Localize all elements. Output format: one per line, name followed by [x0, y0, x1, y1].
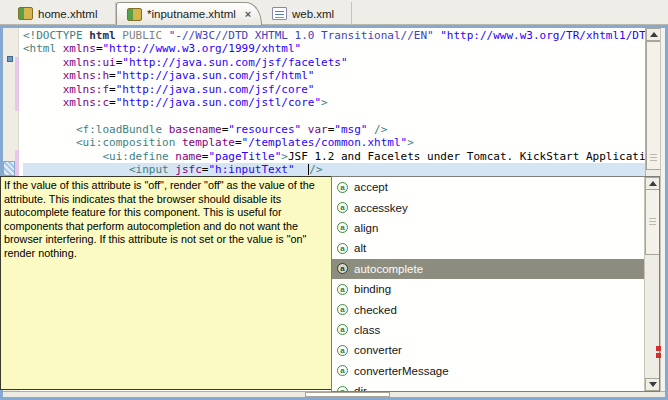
attribute-icon: a: [337, 345, 348, 356]
code-line: <html xmlns="http://www.w3.org/1999/xhtm…: [23, 42, 645, 55]
completion-item-autocomplete[interactable]: aautocomplete: [332, 259, 644, 279]
info-annotation-icon: [7, 56, 13, 62]
attribute-icon: a: [337, 202, 348, 213]
completion-item-accept[interactable]: aaccept: [332, 177, 644, 197]
tab-bar: home.xhtml*inputname.xhtml×web.xml: [0, 0, 668, 25]
attribute-icon: a: [337, 304, 348, 315]
popup-scroll-down-button[interactable]: [645, 378, 660, 391]
xhtml-file-icon: [18, 7, 33, 20]
completion-label: accept: [354, 181, 388, 193]
content-assist-popup: aacceptaaccesskeyaalignaaltaautocomplete…: [331, 176, 660, 392]
error-annotation-mark[interactable]: [656, 346, 661, 351]
occurrence-annotation: [3, 161, 15, 176]
completion-item-checked[interactable]: achecked: [332, 299, 644, 319]
completion-label: accesskey: [354, 202, 408, 214]
completion-label: alt: [354, 242, 366, 254]
attribute-icon: a: [337, 365, 348, 376]
xml-file-icon: [272, 7, 287, 20]
completion-item-align[interactable]: aalign: [332, 218, 644, 238]
arrow-up-icon: [650, 32, 658, 37]
completion-item-converterMessage[interactable]: aconverterMessage: [332, 361, 644, 381]
completion-label: dir: [354, 385, 367, 392]
attribute-icon: a: [337, 263, 348, 274]
tab-inputname[interactable]: *inputname.xhtml×: [116, 2, 262, 25]
code-line: <ui:define name="pageTitle">JSF 1.2 and …: [23, 150, 645, 163]
code-line: <ui:composition template="/templates/com…: [23, 136, 645, 149]
tab-label: *inputname.xhtml: [147, 8, 236, 20]
tab-close-icon[interactable]: ×: [245, 9, 251, 20]
code-line: xmlns:c="http://java.sun.com/jstl/core">: [23, 96, 645, 109]
completion-item-accesskey[interactable]: aaccesskey: [332, 197, 644, 217]
code-line: xmlns:f="http://java.sun.com/jsf/core": [23, 83, 645, 96]
completion-label: class: [354, 324, 380, 336]
completion-item-dir[interactable]: adir: [332, 381, 644, 392]
tab-home[interactable]: home.xhtml: [8, 2, 116, 25]
code-line: <!DOCTYPE html PUBLIC "-//W3C//DTD XHTML…: [23, 29, 645, 42]
completion-label: autocomplete: [354, 263, 423, 275]
completion-label: checked: [354, 304, 397, 316]
completion-doc-tooltip: If the value of this attribute is "off",…: [0, 176, 332, 390]
quickdiff-change-bar: [15, 57, 19, 111]
code-line: <f:loadBundle basename="resources" var="…: [23, 123, 645, 136]
code-line: <input jsfc="h:inputText" />: [23, 163, 645, 176]
code-line: xmlns:ui="http://java.sun.com/jsf/facele…: [23, 56, 645, 69]
completion-label: align: [354, 222, 378, 234]
arrow-up-icon: [649, 181, 657, 186]
code-area[interactable]: <!DOCTYPE html PUBLIC "-//W3C//DTD XHTML…: [20, 28, 645, 178]
popup-scrollbar[interactable]: [644, 177, 659, 391]
attribute-icon: a: [337, 222, 348, 233]
vertical-scrollbar-thumb[interactable]: [646, 41, 661, 170]
horizontal-scrollbar-thumb[interactable]: [305, 392, 390, 397]
code-line: [23, 109, 645, 122]
tab-label: home.xhtml: [38, 8, 97, 20]
completion-item-binding[interactable]: abinding: [332, 279, 644, 299]
attribute-icon: a: [337, 284, 348, 295]
completion-item-alt[interactable]: aalt: [332, 238, 644, 258]
arrow-down-icon: [649, 382, 657, 387]
scroll-up-button[interactable]: [646, 28, 661, 41]
code-line: xmlns:h="http://java.sun.com/jsf/html": [23, 69, 645, 82]
tab-label: web.xml: [292, 8, 334, 20]
completion-item-converter[interactable]: aconverter: [332, 340, 644, 360]
overview-ruler[interactable]: [660, 28, 665, 391]
tab-web[interactable]: web.xml: [262, 2, 352, 25]
xhtml-file-icon: [127, 8, 142, 21]
attribute-icon: a: [337, 243, 348, 254]
popup-scrollbar-thumb[interactable]: [645, 189, 660, 255]
completion-item-class[interactable]: aclass: [332, 320, 644, 340]
completion-label: converterMessage: [354, 365, 449, 377]
completion-list: aacceptaaccesskeyaalignaaltaautocomplete…: [332, 177, 644, 391]
attribute-icon: a: [337, 182, 348, 193]
completion-label: binding: [354, 283, 391, 295]
error-annotation-mark[interactable]: [656, 353, 661, 358]
attribute-icon: a: [337, 386, 348, 392]
completion-label: converter: [354, 344, 402, 356]
attribute-icon: a: [337, 324, 348, 335]
quickdiff-change-bar: [15, 150, 19, 176]
